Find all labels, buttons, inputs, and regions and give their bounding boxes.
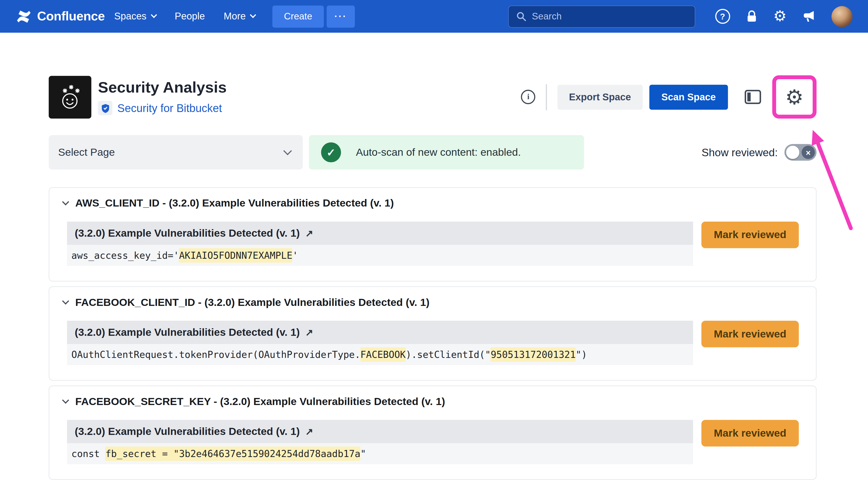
- search-box[interactable]: [508, 5, 695, 27]
- settings-button[interactable]: ⚙: [773, 9, 787, 24]
- question-mark-icon: ?: [715, 9, 730, 24]
- info-button[interactable]: i: [521, 90, 535, 104]
- lock-icon: [746, 10, 758, 23]
- megaphone-icon: [802, 10, 816, 23]
- sidebar-layout-icon: [745, 90, 761, 104]
- avatar: [832, 6, 853, 27]
- chevron-down-icon: [283, 146, 292, 155]
- feedback-button[interactable]: [802, 10, 816, 23]
- chevron-down-icon: [250, 12, 256, 18]
- export-space-button[interactable]: Export Space: [557, 84, 643, 109]
- finding-source-label: (3.2.0) Example Vulnerabilities Detected…: [75, 227, 300, 239]
- header-actions: i Export Space Scan Space ⚙: [521, 75, 817, 119]
- info-icon: i: [521, 90, 535, 104]
- search-input[interactable]: [532, 11, 688, 22]
- finding-code: const fb_secret = "3b2e464637e5159024254…: [67, 443, 693, 464]
- select-page-label: Select Page: [58, 146, 115, 158]
- check-icon: ✓: [321, 142, 341, 162]
- finding-page-link[interactable]: (3.2.0) Example Vulnerabilities Detected…: [67, 420, 693, 443]
- finding-title: FACEBOOK_CLIENT_ID - (3.2.0) Example Vul…: [75, 296, 429, 309]
- finding-page-link[interactable]: (3.2.0) Example Vulnerabilities Detected…: [67, 222, 693, 245]
- top-navbar: Confluence Spaces People More Create ···: [0, 0, 868, 33]
- finding-page-link[interactable]: (3.2.0) Example Vulnerabilities Detected…: [67, 321, 693, 344]
- collapse-chevron-icon[interactable]: [62, 397, 69, 404]
- space-link[interactable]: Security for Bitbucket: [117, 102, 222, 115]
- collapse-chevron-icon[interactable]: [62, 198, 69, 205]
- gear-icon: ⚙: [785, 87, 804, 107]
- mark-reviewed-button[interactable]: Mark reviewed: [702, 222, 799, 248]
- collapse-chevron-icon[interactable]: [62, 298, 69, 305]
- navbar-icons: ? ⚙: [715, 6, 852, 27]
- space-avatar: [49, 76, 91, 118]
- mark-reviewed-button[interactable]: Mark reviewed: [702, 420, 799, 446]
- toggle-knob: [786, 146, 799, 159]
- external-link-icon: ↗: [306, 326, 313, 338]
- finding-card: AWS_CLIENT_ID - (3.2.0) Example Vulnerab…: [49, 187, 817, 281]
- help-button[interactable]: ?: [715, 9, 730, 24]
- finding-source-label: (3.2.0) Example Vulnerabilities Detected…: [75, 425, 300, 438]
- show-reviewed-label: Show reviewed:: [702, 146, 778, 159]
- divider: [546, 84, 547, 110]
- space-type-badge: [98, 101, 112, 115]
- finding-code: OAuthClientRequest.tokenProvider(OAuthPr…: [67, 344, 693, 365]
- nav-more-label: More: [223, 10, 246, 22]
- gear-icon: ⚙: [773, 9, 787, 24]
- page-header: Security Analysis Security for Bitbucket…: [49, 75, 817, 119]
- main-content: Security Analysis Security for Bitbucket…: [0, 75, 868, 479]
- confluence-logo[interactable]: Confluence: [16, 8, 105, 25]
- nav-people-label: People: [175, 10, 205, 22]
- space-avatar-art: [54, 81, 86, 113]
- chevron-down-icon: [151, 12, 157, 18]
- space-settings-gear-button[interactable]: ⚙: [785, 87, 804, 107]
- close-icon: ×: [801, 146, 815, 159]
- page-title: Security Analysis: [98, 79, 227, 96]
- mark-reviewed-button[interactable]: Mark reviewed: [702, 321, 799, 347]
- annotation-highlight-box: ⚙: [772, 75, 817, 119]
- confluence-page: Confluence Spaces People More Create ···: [0, 0, 868, 492]
- finding-card: FACEBOOK_CLIENT_ID - (3.2.0) Example Vul…: [49, 287, 817, 381]
- finding-card: FACEBOOK_SECRET_KEY - (3.2.0) Example Vu…: [49, 386, 817, 480]
- external-link-icon: ↗: [306, 426, 313, 437]
- shield-icon: [101, 103, 109, 113]
- nav-more[interactable]: More: [214, 0, 265, 33]
- confluence-logo-icon: [16, 8, 32, 25]
- nav-spaces[interactable]: Spaces: [105, 0, 165, 33]
- more-actions-button[interactable]: ···: [326, 5, 355, 27]
- finding-code: aws_access_key_id='AKIAIO5FODNN7EXAMPLE': [67, 245, 693, 266]
- external-link-icon: ↗: [306, 227, 313, 239]
- select-page-dropdown[interactable]: Select Page: [49, 135, 303, 169]
- admin-lock-button[interactable]: [746, 10, 758, 23]
- finding-title: FACEBOOK_SECRET_KEY - (3.2.0) Example Vu…: [75, 396, 445, 408]
- controls-row: Select Page ✓ Auto-scan of new content: …: [49, 135, 817, 169]
- nav-spaces-label: Spaces: [114, 10, 147, 22]
- brand-name: Confluence: [37, 9, 105, 24]
- create-button[interactable]: Create: [272, 5, 324, 27]
- finding-title: AWS_CLIENT_ID - (3.2.0) Example Vulnerab…: [75, 197, 394, 210]
- autoscan-status-text: Auto-scan of new content: enabled.: [356, 146, 521, 158]
- scan-space-button[interactable]: Scan Space: [649, 84, 728, 109]
- finding-source-label: (3.2.0) Example Vulnerabilities Detected…: [75, 326, 300, 339]
- profile-button[interactable]: [832, 6, 853, 27]
- show-reviewed-control: Show reviewed: ×: [702, 144, 817, 161]
- sidebar-toggle-button[interactable]: [745, 90, 761, 104]
- nav-people[interactable]: People: [165, 0, 214, 33]
- autoscan-status-banner: ✓ Auto-scan of new content: enabled.: [309, 135, 584, 169]
- search-icon: [516, 11, 526, 22]
- show-reviewed-toggle[interactable]: ×: [785, 144, 817, 161]
